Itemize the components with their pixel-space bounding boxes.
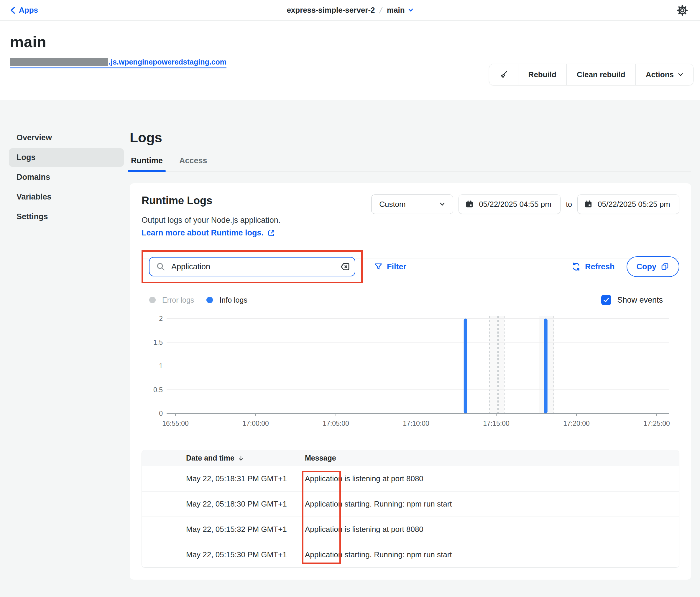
chevron-down-icon <box>678 73 683 77</box>
svg-text:0: 0 <box>159 410 163 417</box>
log-datetime: May 22, 05:15:30 PM GMT+1 <box>142 550 305 559</box>
funnel-filter-icon <box>374 262 383 271</box>
log-search-input[interactable] <box>149 257 355 277</box>
tab-label: Access <box>179 156 207 165</box>
check-icon <box>603 296 610 304</box>
logs-tabs: Runtime Access <box>130 156 691 172</box>
table-row[interactable]: May 22, 05:18:30 PM GMT+1 Application st… <box>142 492 679 517</box>
tab-access[interactable]: Access <box>179 156 207 171</box>
date-from-field[interactable]: 05/22/2025 04:55 pm <box>458 194 560 214</box>
to-label: to <box>566 200 572 209</box>
show-events-label: Show events <box>617 295 663 305</box>
environment-title: main <box>10 33 690 51</box>
log-datetime: May 22, 05:15:32 PM GMT+1 <box>142 525 305 534</box>
svg-text:17:00:00: 17:00:00 <box>242 420 269 427</box>
svg-text:0.5: 0.5 <box>153 386 163 394</box>
tab-runtime[interactable]: Runtime <box>131 156 163 171</box>
broom-button[interactable] <box>489 64 518 85</box>
filter-button[interactable]: Filter <box>374 262 406 271</box>
sidebar-item-label: Logs <box>17 153 36 162</box>
breadcrumb-separator: / <box>379 5 383 15</box>
breadcrumb: express-simple-server-2 / main <box>286 5 413 15</box>
svg-text:17:20:00: 17:20:00 <box>563 420 590 427</box>
log-message: Application starting. Running: npm run s… <box>305 499 679 509</box>
sidebar-item-domains[interactable]: Domains <box>9 168 124 186</box>
back-to-apps-link[interactable]: Apps <box>10 6 38 15</box>
main-panel: Logs Runtime Access Runtime Logs Output … <box>130 128 691 597</box>
copy-label: Copy <box>636 262 657 271</box>
table-row[interactable]: May 22, 05:15:30 PM GMT+1 Application st… <box>142 542 679 568</box>
rebuild-button[interactable]: Rebuild <box>518 64 567 85</box>
chevron-down-icon <box>408 8 414 12</box>
column-date-and-time[interactable]: Date and time <box>142 454 305 462</box>
tab-label: Runtime <box>131 156 163 165</box>
svg-text:17:25:00: 17:25:00 <box>643 420 670 427</box>
copy-button[interactable]: Copy <box>627 256 680 277</box>
actions-button[interactable]: Actions <box>635 64 693 85</box>
sidebar-item-label: Variables <box>17 192 52 201</box>
clear-search-button[interactable] <box>340 262 350 272</box>
date-to-field[interactable]: 05/22/2025 05:25 pm <box>577 194 679 214</box>
sidebar-item-label: Settings <box>17 212 48 221</box>
environment-name: main <box>387 6 405 15</box>
sidebar-item-logs[interactable]: Logs <box>9 148 124 167</box>
log-datetime: May 22, 05:18:31 PM GMT+1 <box>142 474 305 483</box>
svg-text:1.5: 1.5 <box>153 339 163 346</box>
environment-url-link[interactable]: .js.wpenginepoweredstaging.com <box>10 58 226 68</box>
log-datetime: May 22, 05:18:30 PM GMT+1 <box>142 499 305 509</box>
column-label: Date and time <box>186 454 234 462</box>
clean-rebuild-label: Clean rebuild <box>577 70 625 79</box>
info-logs-label[interactable]: Info logs <box>219 296 247 304</box>
environment-url-suffix: .js.wpenginepoweredstaging.com <box>108 58 226 66</box>
range-controls: Custom 05/22/2025 04:55 pm <box>371 194 679 214</box>
gear-icon <box>676 4 688 16</box>
info-logs-dot <box>206 297 213 303</box>
chevron-down-icon <box>439 202 445 206</box>
log-table: Date and time Message May 22, 05:18:3 <box>142 450 679 568</box>
environment-actions-group: Rebuild Clean rebuild Actions <box>489 63 694 85</box>
show-events-toggle[interactable]: Show events <box>601 295 663 305</box>
log-message: Application starting. Running: npm run s… <box>305 550 679 559</box>
learn-more-link[interactable]: Learn more about Runtime logs. <box>142 228 275 237</box>
topbar: Apps express-simple-server-2 / main <box>0 0 700 21</box>
refresh-button[interactable]: Refresh <box>571 262 615 271</box>
sidebar-item-variables[interactable]: Variables <box>9 188 124 206</box>
sidebar-item-settings[interactable]: Settings <box>9 207 124 226</box>
broom-icon <box>499 70 508 79</box>
runtime-logs-chart: 00.511.5216:55:0017:00:0017:05:0017:10:0… <box>142 310 679 441</box>
table-row[interactable]: May 22, 05:18:31 PM GMT+1 Application is… <box>142 466 679 492</box>
external-link-icon <box>267 229 275 237</box>
breadcrumb-app-name: express-simple-server-2 <box>286 6 375 15</box>
redacted-url-segment <box>10 58 108 66</box>
date-from-value: 05/22/2025 04:55 pm <box>479 200 551 209</box>
show-events-checkbox[interactable] <box>601 295 611 305</box>
range-preset-value: Custom <box>379 200 406 209</box>
content-area: Overview Logs Domains Variables Settings… <box>0 100 700 597</box>
card-head: Runtime Logs Output logs of your Node.js… <box>142 194 679 237</box>
card-description: Output logs of your Node.js application. <box>142 216 280 225</box>
log-message: Application is listening at port 8080 <box>305 474 679 483</box>
column-message: Message <box>305 454 679 462</box>
card-title: Runtime Logs <box>142 194 280 207</box>
environment-switcher[interactable]: main <box>387 6 414 15</box>
clean-rebuild-button[interactable]: Clean rebuild <box>567 64 635 85</box>
actions-label: Actions <box>646 70 674 79</box>
learn-more-label: Learn more about Runtime logs. <box>142 228 264 237</box>
svg-text:17:05:00: 17:05:00 <box>323 420 349 427</box>
backspace-clear-icon <box>340 262 350 272</box>
table-row[interactable]: May 22, 05:15:32 PM GMT+1 Application is… <box>142 517 679 542</box>
filter-label: Filter <box>387 262 406 271</box>
svg-text:1: 1 <box>159 362 163 370</box>
range-preset-select[interactable]: Custom <box>371 194 453 214</box>
svg-text:17:10:00: 17:10:00 <box>403 420 429 427</box>
runtime-logs-card: Runtime Logs Output logs of your Node.js… <box>130 183 691 580</box>
sort-descending-icon <box>238 455 245 462</box>
log-message: Application is listening at port 8080 <box>305 525 679 534</box>
sidebar-item-label: Overview <box>17 133 52 142</box>
sidebar-item-overview[interactable]: Overview <box>9 128 124 147</box>
refresh-icon <box>571 262 581 271</box>
sidebar-item-label: Domains <box>17 173 50 182</box>
settings-gear-button[interactable] <box>675 3 690 18</box>
page-title: Logs <box>130 130 691 146</box>
error-logs-label[interactable]: Error logs <box>162 296 194 304</box>
